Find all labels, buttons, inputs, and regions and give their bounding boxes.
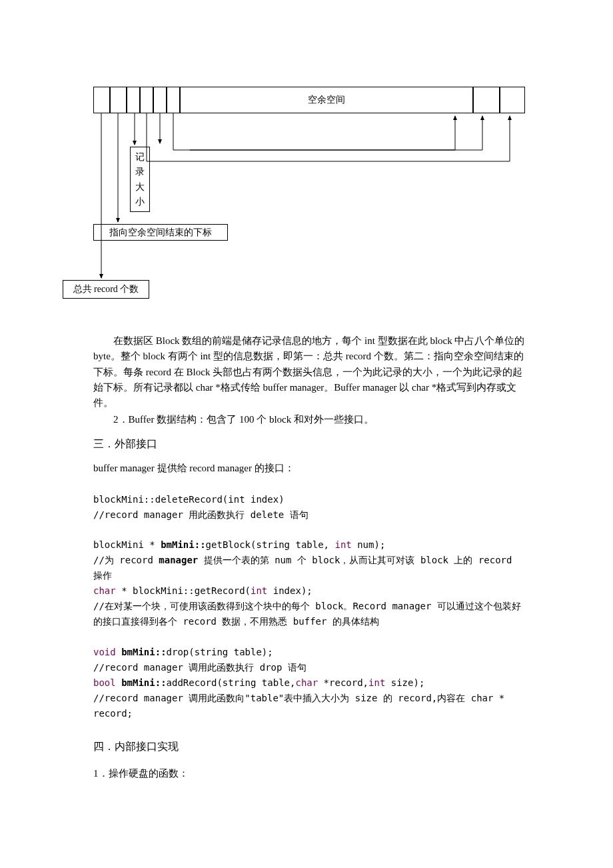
code-line-6: //在对某一个块，可使用该函数得到这个块中的每个 block。Record ma… — [93, 599, 525, 629]
header-cell-5 — [153, 87, 167, 113]
header-cell-6 — [167, 87, 180, 113]
block-diagram: 空余空间 记 录 大 小 指向空余空间结束的下标 总共 record 个数 — [93, 87, 525, 307]
code-line-5: char * blockMini::getRecord(int index); — [93, 583, 525, 599]
code-line-9: bool bmMini::addRecord(string table,char… — [93, 675, 525, 691]
section-3-heading: 三．外部接口 — [93, 437, 525, 451]
code-line-2: //record manager 用此函数执行 delete 语句 — [93, 507, 525, 523]
record-size-char3: 大 — [135, 182, 145, 192]
code-line-10: //record manager 调用此函数向"table"表中插入大小为 si… — [93, 691, 525, 721]
code-line-1: blockMini::deleteRecord(int index) — [93, 492, 525, 507]
code-line-7: void bmMini::drop(string table); — [93, 645, 525, 660]
section-4-heading: 四．内部接口实现 — [93, 740, 525, 754]
record-size-char1: 记 — [135, 152, 145, 162]
code-line-8: //record manager 调用此函数执行 drop 语句 — [93, 660, 525, 675]
paragraph-4: 1．操作硬盘的函数： — [93, 766, 525, 781]
document-page: 空余空间 记 录 大 小 指向空余空间结束的下标 总共 record 个数 — [0, 0, 613, 781]
code-line-3: blockMini * bmMini::getBlock(string tabl… — [93, 537, 525, 553]
code-line-4: //为 record manager 提供一个表的第 num 个 block，从… — [93, 553, 525, 583]
paragraph-2: 2．Buffer 数据结构：包含了 100 个 block 和对外一些接口。 — [93, 412, 525, 427]
header-cell-4 — [140, 87, 153, 113]
record-cell-1 — [473, 87, 500, 113]
record-size-char2: 录 — [135, 167, 145, 177]
end-index-label: 指向空余空间结束的下标 — [93, 224, 228, 241]
free-space-cell: 空余空间 — [180, 87, 473, 113]
diagram-arrows — [93, 87, 525, 307]
header-cell-3 — [127, 87, 140, 113]
header-cell-2 — [110, 87, 127, 113]
header-cell-1 — [93, 87, 110, 113]
record-count-label: 总共 record 个数 — [63, 280, 149, 299]
record-size-char4: 小 — [135, 197, 145, 207]
paragraph-1: 在数据区 Block 数组的前端是储存记录信息的地方，每个 int 型数据在此 … — [93, 333, 525, 411]
paragraph-3: buffer manager 提供给 record manager 的接口： — [93, 461, 525, 476]
record-cell-2 — [500, 87, 525, 113]
